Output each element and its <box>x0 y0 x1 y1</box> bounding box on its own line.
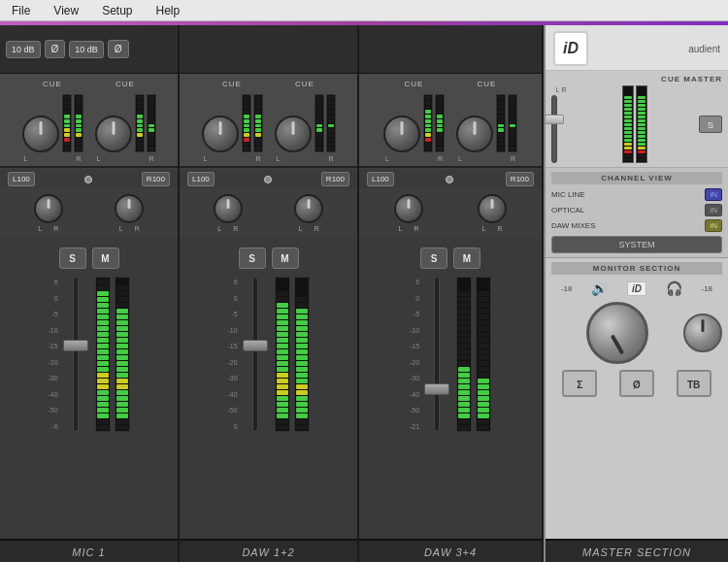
daw12-knob-r-rlabel: R <box>314 225 319 232</box>
mic1-cue2-knob[interactable] <box>95 116 132 152</box>
daw12-toolbar <box>180 25 357 74</box>
daw12-cue1-knob[interactable] <box>202 116 239 152</box>
mic1-pan-left-button[interactable]: L100 <box>8 172 35 186</box>
cv-optical-in-button[interactable]: iN <box>705 204 722 216</box>
mic1-fader-meters: 60-5-10-15-20-30-40-50-6 <box>4 277 174 535</box>
daw34-knob-r[interactable] <box>478 194 507 223</box>
daw34-cue1: CUE <box>383 80 445 162</box>
daw34-meter-l <box>456 277 472 432</box>
daw12-fader-thumb[interactable] <box>243 340 268 351</box>
daw34-cue1-knob[interactable] <box>383 116 420 152</box>
daw34-sm-row: S M <box>363 242 538 277</box>
phase-button-master[interactable]: Ø <box>619 370 654 397</box>
daw12-cue2-vu-l <box>314 94 324 152</box>
daw12-knob-r[interactable] <box>294 194 323 223</box>
daw12-fader-assembly[interactable] <box>240 277 271 432</box>
daw34-mute-button[interactable]: M <box>453 248 480 269</box>
daw34-toolbar <box>359 25 542 74</box>
daw12-knob-l[interactable] <box>214 194 243 223</box>
mic1-db1-button[interactable]: 10 dB <box>6 41 41 58</box>
monitor-db-left: -18 <box>561 284 573 293</box>
menu-file[interactable]: File <box>8 2 34 19</box>
cv-mic-row: MIC LINE iN <box>551 188 722 201</box>
speaker-icon: 🔊 <box>591 281 608 296</box>
tb-button[interactable]: TB <box>677 370 711 397</box>
channel-daw12: CUE <box>180 25 359 562</box>
daw34-meter-r <box>476 277 491 432</box>
monitor-headphone-knob[interactable] <box>683 314 722 352</box>
daw12-mute-button[interactable]: M <box>272 248 299 269</box>
monitor-knobs-row <box>551 302 722 364</box>
mic1-fader-thumb[interactable] <box>63 340 88 351</box>
daw34-fader-assembly[interactable] <box>421 277 452 432</box>
daw12-pan-left-button[interactable]: L100 <box>187 172 215 186</box>
daw12-cue1-label: CUE <box>222 80 242 88</box>
daw34-cue2-knob[interactable] <box>456 116 493 152</box>
channel-view-title: CHANNEL VIEW <box>551 172 722 184</box>
daw34-cue2-lr: L R <box>456 155 517 162</box>
master-s-button[interactable]: S <box>699 116 722 133</box>
mic1-knob-r[interactable] <box>115 194 144 223</box>
mic1-cue1: CUE <box>22 80 83 162</box>
daw34-cue1-vu-l <box>423 94 433 152</box>
daw34-cue2-vu-l <box>496 94 506 152</box>
daw34-pan-dot[interactable] <box>446 176 453 183</box>
mic1-knobs-row: L R L R <box>0 188 178 238</box>
mic1-solo-button[interactable]: S <box>59 248 86 269</box>
system-button[interactable]: SYSTEM <box>551 236 722 253</box>
mic1-phase1-button[interactable] <box>45 40 66 58</box>
cv-optical-label: OPTICAL <box>551 206 584 215</box>
monitor-top-row: -18 🔊 iD 🎧 -18 <box>551 281 722 296</box>
master-knob-s: S <box>699 116 722 133</box>
menu-help[interactable]: Help <box>152 2 184 19</box>
daw12-pan-dot[interactable] <box>264 176 272 183</box>
cue-master-row: L R <box>551 85 722 163</box>
daw34-knob-l[interactable] <box>394 194 423 223</box>
headphone-icon: 🎧 <box>666 281 682 296</box>
master-lr-r: R <box>561 86 566 93</box>
channel-mic1: 10 dB 10 dB CUE <box>0 25 180 562</box>
audient-logo: audient <box>688 44 720 54</box>
mic1-fader-rail <box>73 277 79 432</box>
daw12-cue1: CUE <box>202 80 263 162</box>
menu-setup[interactable]: Setup <box>98 2 136 19</box>
menu-bar: File View Setup Help <box>0 0 728 21</box>
cv-mic-in-button[interactable]: iN <box>705 188 722 201</box>
daw34-cue2-meters <box>496 94 517 152</box>
daw34-pan-left-button[interactable]: L100 <box>367 172 394 186</box>
master-section: iD audient CUE MASTER L R <box>544 25 728 562</box>
mic1-db2-button[interactable]: 10 dB <box>69 41 104 58</box>
daw34-knobs-row: L R L R <box>359 188 542 238</box>
mic1-cue2: CUE <box>95 80 156 162</box>
monitor-db-right: -18 <box>702 284 713 293</box>
daw12-cue1-lr: L R <box>202 155 263 162</box>
mic1-knob-l-rlabel: R <box>53 225 58 232</box>
cv-optical-row: OPTICAL iN <box>551 204 722 216</box>
mic1-phase2-button[interactable] <box>108 40 129 58</box>
daw34-label: DAW 3+4 <box>359 539 542 562</box>
daw34-pan-row: L100 R100 <box>359 170 542 188</box>
menu-view[interactable]: View <box>50 2 83 19</box>
daw34-pan-right-button[interactable]: R100 <box>506 172 534 186</box>
cv-daw-in-button[interactable]: iN <box>705 219 722 232</box>
mic1-knob-l[interactable] <box>34 194 63 223</box>
mic1-mute-button[interactable]: M <box>92 248 119 269</box>
daw12-pan-right-button[interactable]: R100 <box>321 172 349 186</box>
mic1-fader-assembly[interactable] <box>60 277 91 432</box>
daw34-solo-button[interactable]: S <box>420 248 447 269</box>
daw12-solo-button[interactable]: S <box>239 248 266 269</box>
mic1-cue1-knob[interactable] <box>22 116 59 152</box>
mic1-cue-section: CUE <box>0 74 178 168</box>
monitor-bottom-buttons: Σ Ø TB <box>551 370 722 397</box>
master-fader-thumb[interactable] <box>545 115 564 124</box>
mic1-sm-row: S M <box>4 242 174 277</box>
daw12-cue2-knob[interactable] <box>275 116 312 152</box>
mic1-pan-dot[interactable] <box>84 176 92 183</box>
monitor-main-knob[interactable] <box>586 302 648 364</box>
mic1-pan-right-button[interactable]: R100 <box>142 172 170 186</box>
daw34-fader-thumb[interactable] <box>424 383 449 395</box>
mic1-cue1-vu-r <box>74 94 83 152</box>
daw34-fader-combo: 60-5-10-15-20-30-40-50-21 <box>410 277 452 432</box>
sum-button[interactable]: Σ <box>562 370 597 397</box>
daw34-scale: 60-5-10-15-20-30-40-50-21 <box>410 277 419 432</box>
